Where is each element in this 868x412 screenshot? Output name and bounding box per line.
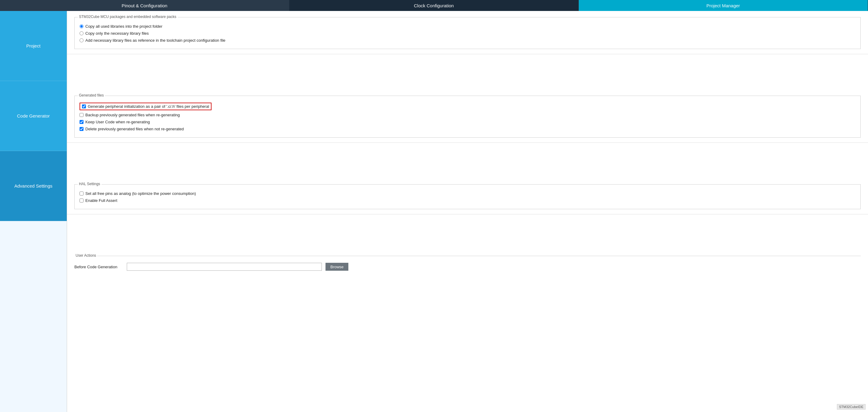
content-area: STM32Cube MCU packages and embedded soft… xyxy=(67,11,868,412)
radio-add-reference[interactable]: Add necessary library files as reference… xyxy=(80,38,856,43)
before-code-gen-input[interactable] xyxy=(127,263,322,271)
spacer-3 xyxy=(67,214,868,251)
stm32cube-section: STM32Cube MCU packages and embedded soft… xyxy=(67,11,868,54)
hal-settings-section: HAL Settings Set all free pins as analog… xyxy=(67,179,868,214)
radio-copy-all-label: Copy all used libraries into the project… xyxy=(85,24,162,29)
spacer-2 xyxy=(67,143,868,179)
checkbox-backup-files[interactable]: Backup previously generated files when r… xyxy=(80,113,856,117)
user-actions-section: User Actions Before Code Generation Brow… xyxy=(67,251,868,280)
checkbox-backup-files-label: Backup previously generated files when r… xyxy=(85,113,180,117)
before-code-gen-row: Before Code Generation Browse xyxy=(74,263,861,271)
generated-files-legend: Generated files xyxy=(78,93,105,97)
radio-copy-all[interactable]: Copy all used libraries into the project… xyxy=(80,24,856,29)
spacer-1 xyxy=(67,54,868,91)
sidebar-item-project[interactable]: Project xyxy=(0,11,67,81)
radio-copy-necessary-label: Copy only the necessary library files xyxy=(85,31,149,36)
tab-pinout[interactable]: Pinout & Configuration xyxy=(0,0,289,11)
checkbox-gen-peripheral[interactable]: Generate peripheral initialization as a … xyxy=(80,103,856,110)
generated-files-section: Generated files Generate peripheral init… xyxy=(67,91,868,143)
radio-add-reference-label: Add necessary library files as reference… xyxy=(85,38,225,43)
radio-add-reference-input[interactable] xyxy=(80,38,84,42)
checkbox-full-assert-input[interactable] xyxy=(80,199,84,203)
checkbox-keep-user-code[interactable]: Keep User Code when re-generating xyxy=(80,120,856,124)
sidebar: Project Code Generator Advanced Settings xyxy=(0,11,67,412)
checkbox-backup-files-input[interactable] xyxy=(80,113,84,117)
stm32cube-legend: STM32Cube MCU packages and embedded soft… xyxy=(78,14,178,19)
checkbox-delete-files-input[interactable] xyxy=(80,127,84,131)
checkbox-free-pins-label: Set all free pins as analog (to optimize… xyxy=(85,191,196,196)
radio-copy-necessary[interactable]: Copy only the necessary library files xyxy=(80,31,856,36)
tab-project-manager[interactable]: Project Manager xyxy=(579,0,868,11)
checkbox-delete-files-label: Delete previously generated files when n… xyxy=(85,127,184,131)
checkbox-gen-peripheral-label: Generate peripheral initialization as a … xyxy=(88,104,209,109)
stm-logo: STM32CubeIDE xyxy=(837,404,866,410)
checkbox-keep-user-code-input[interactable] xyxy=(80,120,84,124)
generated-files-checkbox-group: Generate peripheral initialization as a … xyxy=(80,100,856,133)
checkbox-full-assert[interactable]: Enable Full Assert xyxy=(80,198,856,203)
hal-settings-checkbox-group: Set all free pins as analog (to optimize… xyxy=(80,189,856,204)
stm32cube-radio-group: Copy all used libraries into the project… xyxy=(80,22,856,44)
checkbox-gen-peripheral-input[interactable] xyxy=(82,104,86,108)
user-actions-legend: User Actions xyxy=(74,253,97,258)
checkbox-highlighted-wrapper: Generate peripheral initialization as a … xyxy=(80,103,212,110)
checkbox-free-pins[interactable]: Set all free pins as analog (to optimize… xyxy=(80,191,856,196)
browse-button[interactable]: Browse xyxy=(326,263,348,271)
hal-settings-legend: HAL Settings xyxy=(78,182,101,186)
checkbox-full-assert-label: Enable Full Assert xyxy=(85,198,117,203)
tab-clock[interactable]: Clock Configuration xyxy=(289,0,579,11)
radio-copy-necessary-input[interactable] xyxy=(80,31,84,35)
checkbox-keep-user-code-label: Keep User Code when re-generating xyxy=(85,120,150,124)
radio-copy-all-input[interactable] xyxy=(80,24,84,28)
checkbox-delete-files[interactable]: Delete previously generated files when n… xyxy=(80,127,856,131)
sidebar-item-code-generator[interactable]: Code Generator xyxy=(0,81,67,151)
main-layout: Project Code Generator Advanced Settings… xyxy=(0,11,868,412)
sidebar-item-advanced-settings[interactable]: Advanced Settings xyxy=(0,151,67,221)
top-nav: Pinout & Configuration Clock Configurati… xyxy=(0,0,868,11)
checkbox-free-pins-input[interactable] xyxy=(80,192,84,196)
before-code-gen-label: Before Code Generation xyxy=(74,265,123,269)
